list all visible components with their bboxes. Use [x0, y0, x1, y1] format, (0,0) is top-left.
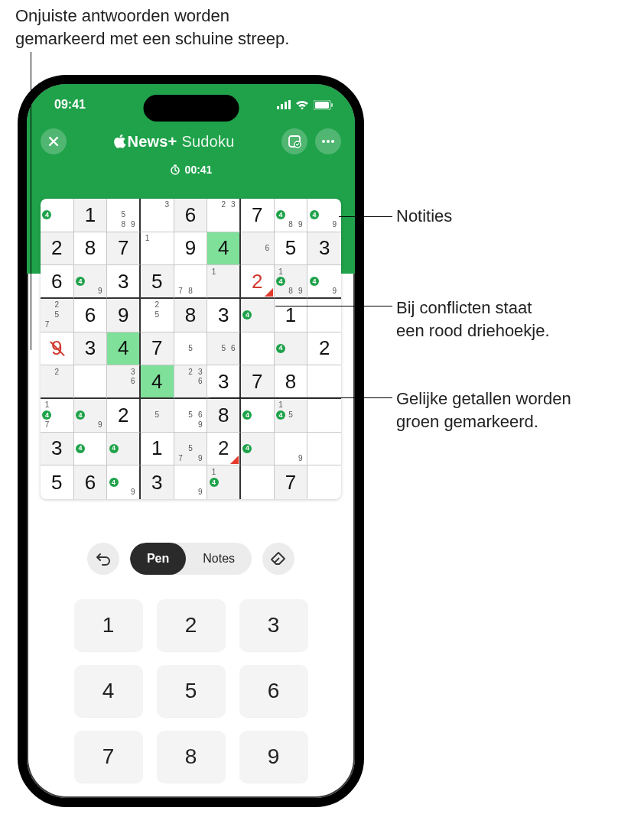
sudoku-cell[interactable]: 3 — [74, 332, 108, 366]
numpad-key-1[interactable]: 1 — [74, 599, 143, 651]
sudoku-cell[interactable]: 147 — [41, 399, 74, 433]
sudoku-cell[interactable]: 6 — [174, 199, 208, 232]
sudoku-cell[interactable]: 2 — [41, 365, 74, 399]
sudoku-cell[interactable]: 9 — [174, 232, 208, 266]
cell-notes: 236 — [176, 367, 206, 396]
sudoku-cell[interactable]: 236 — [174, 365, 208, 399]
numpad-key-6[interactable]: 6 — [239, 665, 308, 717]
sudoku-cell[interactable]: 1 — [141, 232, 174, 266]
sudoku-cell[interactable]: 6 — [41, 265, 74, 299]
sudoku-cell[interactable]: 2 — [207, 433, 241, 466]
sudoku-cell[interactable]: 2 — [107, 399, 141, 433]
numpad-key-9[interactable]: 9 — [239, 731, 308, 783]
sudoku-cell[interactable]: 6 — [74, 299, 108, 332]
sudoku-cell[interactable]: 3 — [141, 465, 174, 499]
sudoku-cell[interactable]: 7 — [141, 332, 174, 366]
sudoku-cell[interactable] — [241, 465, 275, 499]
numpad-key-4[interactable]: 4 — [74, 665, 143, 717]
sudoku-cell[interactable]: 9 — [107, 299, 141, 332]
sudoku-cell[interactable]: 7 — [241, 365, 275, 399]
sudoku-cell[interactable]: 4 — [107, 332, 141, 366]
sudoku-cell[interactable] — [241, 332, 275, 366]
sudoku-cell[interactable]: 579 — [174, 433, 208, 466]
sudoku-cell[interactable]: 4 — [241, 433, 275, 466]
sudoku-cell[interactable]: 4 — [141, 365, 174, 399]
sudoku-cell[interactable]: 2 — [241, 265, 275, 299]
sudoku-cell[interactable]: 7 — [275, 465, 308, 499]
sudoku-cell[interactable]: 489 — [275, 199, 308, 232]
sudoku-cell[interactable]: 49 — [74, 265, 108, 299]
sudoku-cell[interactable]: 49 — [107, 465, 141, 499]
number-pad: 123456789 — [44, 599, 338, 783]
sudoku-cell[interactable] — [307, 399, 341, 433]
sudoku-cell[interactable]: 56 — [207, 332, 241, 366]
sudoku-cell[interactable]: 4 — [41, 199, 74, 232]
sudoku-cell[interactable]: 3 — [207, 365, 241, 399]
close-button[interactable] — [41, 128, 67, 154]
sudoku-cell[interactable] — [307, 465, 341, 499]
sudoku-cell[interactable]: 78 — [174, 265, 208, 299]
sudoku-cell[interactable]: 9 — [174, 465, 208, 499]
sudoku-cell[interactable]: 4 — [74, 433, 108, 466]
sudoku-cell[interactable]: 7 — [107, 232, 141, 266]
mode-pen[interactable]: Pen — [130, 543, 186, 575]
sudoku-cell[interactable]: 1 — [207, 265, 241, 299]
sudoku-cell[interactable]: 49 — [307, 265, 341, 299]
sudoku-cell[interactable]: 14 — [207, 465, 241, 499]
sudoku-cell[interactable]: 5 — [141, 399, 174, 433]
sudoku-cell[interactable]: 3 — [207, 299, 241, 332]
sudoku-cell[interactable]: 2 — [307, 332, 341, 366]
sudoku-cell[interactable]: 1489 — [275, 265, 308, 299]
sudoku-cell[interactable]: 3 — [307, 232, 341, 266]
sudoku-cell[interactable]: 49 — [307, 199, 341, 232]
sudoku-cell[interactable]: 9 — [275, 433, 308, 466]
sudoku-cell[interactable]: 1 — [74, 199, 108, 232]
sudoku-cell[interactable]: 1 — [141, 433, 174, 466]
sudoku-cell[interactable]: 4 — [275, 332, 308, 366]
sudoku-cell[interactable]: 4 — [107, 433, 141, 466]
sudoku-cell[interactable]: 36 — [107, 365, 141, 399]
game-timer[interactable]: 00:41 — [27, 164, 355, 176]
sudoku-cell[interactable] — [307, 365, 341, 399]
hint-button[interactable] — [281, 128, 307, 154]
sudoku-cell[interactable] — [307, 433, 341, 466]
numpad-key-2[interactable]: 2 — [157, 599, 226, 651]
sudoku-cell[interactable]: 145 — [275, 399, 308, 433]
sudoku-cell[interactable]: 1 — [275, 299, 308, 332]
sudoku-cell[interactable]: 8 — [275, 365, 308, 399]
sudoku-cell[interactable]: 9 — [41, 332, 74, 366]
numpad-key-8[interactable]: 8 — [157, 731, 226, 783]
more-button[interactable] — [315, 128, 341, 154]
sudoku-cell[interactable]: 2 — [41, 232, 74, 266]
eraser-button[interactable] — [262, 543, 294, 575]
sudoku-cell[interactable] — [307, 299, 341, 332]
sudoku-cell[interactable]: 49 — [74, 399, 108, 433]
numpad-key-5[interactable]: 5 — [157, 665, 226, 717]
sudoku-cell[interactable]: 3 — [141, 199, 174, 232]
sudoku-cell[interactable]: 5 — [275, 232, 308, 266]
sudoku-cell[interactable]: 6 — [74, 465, 108, 499]
sudoku-cell[interactable]: 4 — [241, 299, 275, 332]
numpad-key-3[interactable]: 3 — [239, 599, 308, 651]
sudoku-cell[interactable]: 25 — [141, 299, 174, 332]
undo-button[interactable] — [87, 543, 119, 575]
sudoku-cell[interactable]: 8 — [174, 299, 208, 332]
sudoku-cell[interactable]: 23 — [207, 199, 241, 232]
numpad-key-7[interactable]: 7 — [74, 731, 143, 783]
sudoku-cell[interactable]: 257 — [41, 299, 74, 332]
sudoku-cell[interactable]: 5 — [174, 332, 208, 366]
mode-notes[interactable]: Notes — [186, 543, 252, 575]
sudoku-cell[interactable]: 4 — [207, 232, 241, 266]
sudoku-cell[interactable]: 589 — [107, 199, 141, 232]
sudoku-cell[interactable]: 7 — [241, 199, 275, 232]
sudoku-cell[interactable]: 3 — [41, 433, 74, 466]
sudoku-cell[interactable]: 5 — [141, 265, 174, 299]
sudoku-cell[interactable] — [74, 365, 108, 399]
sudoku-cell[interactable]: 6 — [241, 232, 275, 266]
sudoku-cell[interactable]: 3 — [107, 265, 141, 299]
sudoku-cell[interactable]: 569 — [174, 399, 208, 433]
sudoku-cell[interactable]: 8 — [207, 399, 241, 433]
sudoku-cell[interactable]: 8 — [74, 232, 108, 266]
sudoku-cell[interactable]: 5 — [41, 465, 74, 499]
sudoku-cell[interactable]: 4 — [241, 399, 275, 433]
